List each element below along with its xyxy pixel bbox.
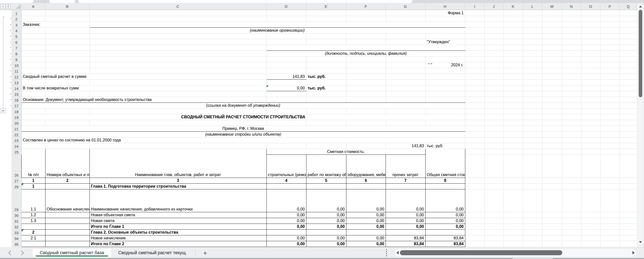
cell-H13[interactable] [425,79,465,85]
column-header-I[interactable]: I [465,3,484,10]
cell-F12[interactable] [346,74,386,79]
cell-F2[interactable] [346,16,386,22]
cell-E18[interactable] [306,108,346,114]
cell-K25[interactable] [503,149,523,154]
cell-J17[interactable] [484,102,503,108]
column-header-F[interactable]: F [346,3,386,10]
cell-B28[interactable] [45,183,89,189]
cell-P13[interactable] [600,79,620,85]
cell-O7[interactable] [581,45,600,50]
cell-D11[interactable] [266,68,306,74]
cell-Q30[interactable] [620,212,637,218]
cell-A27[interactable]: 1 [21,178,45,183]
cell-H35[interactable]: 83,84 [425,241,465,247]
column-header-E[interactable]: E [306,3,346,10]
row-header-24[interactable]: 24 [12,143,21,149]
cell-Q11[interactable] [620,68,637,74]
cell-E6[interactable] [306,39,346,45]
outline-level-2-button[interactable]: 2 [6,4,11,9]
cell-L7[interactable] [523,45,542,50]
cell-B8[interactable] [45,50,89,56]
cell-A15[interactable] [21,91,45,97]
cell-K33[interactable] [503,229,523,235]
cell-I26[interactable] [465,154,484,178]
cell-H10[interactable]: " "2024 г. [425,62,465,68]
cell-M31[interactable] [542,218,562,224]
cell-M23[interactable] [542,137,562,143]
cell-M32[interactable] [542,224,562,229]
cell-O1[interactable] [581,10,600,16]
row-header-7[interactable]: 7 [12,45,21,50]
cell-D24[interactable] [266,143,306,149]
cell-K30[interactable] [503,212,523,218]
cell-N18[interactable] [562,108,581,114]
cell-K12[interactable] [503,74,523,79]
cell-J32[interactable] [484,224,503,229]
cell-L23[interactable] [523,137,542,143]
cell-D7[interactable] [266,45,465,50]
cell-O19[interactable] [581,114,600,120]
cell-I32[interactable] [465,224,484,229]
cell-E14[interactable]: тыс. руб. [306,85,346,91]
cell-A14[interactable]: В том числе возвратных сумм [21,85,266,91]
cell-K10[interactable] [503,62,523,68]
cell-D9[interactable] [266,56,306,62]
row-header-29[interactable]: 29 [12,189,21,212]
row-header-19[interactable]: 19 [12,114,21,120]
cell-D5[interactable] [266,33,306,39]
cell-H15[interactable] [425,91,465,97]
column-header-N[interactable]: N [562,3,581,10]
cell-P2[interactable] [600,16,620,22]
cell-I27[interactable] [465,178,484,183]
cell-N33[interactable] [562,229,581,235]
cell-G16[interactable] [386,97,425,102]
cell-N13[interactable] [562,79,581,85]
cell-C5[interactable] [89,33,266,39]
cell-J24[interactable] [484,143,503,149]
cell-B32[interactable] [45,224,89,229]
cell-G12[interactable] [386,74,425,79]
cell-D18[interactable] [266,108,306,114]
cell-G5[interactable] [386,33,425,39]
cell-C3[interactable] [89,22,465,27]
row-header-1[interactable]: 1 [12,10,21,16]
cell-K5[interactable] [503,33,523,39]
cell-C13[interactable] [89,79,266,85]
cell-N26[interactable] [562,154,581,178]
cell-J3[interactable] [484,22,503,27]
cell-P6[interactable] [600,39,620,45]
cell-I11[interactable] [465,68,484,74]
cell-K27[interactable] [503,178,523,183]
cell-Q13[interactable] [620,79,637,85]
column-header-L[interactable]: L [523,3,542,10]
cell-O23[interactable] [581,137,600,143]
cell-B15[interactable] [45,91,89,97]
cell-K21[interactable] [503,126,523,131]
cell-F32[interactable]: 0,00 [346,224,386,229]
cell-K3[interactable] [503,22,523,27]
cell-D26[interactable]: строительных (ремонтно-строительных) раб… [266,154,306,178]
cell-M1[interactable] [542,10,562,16]
cell-C7[interactable] [89,45,266,50]
cell-P17[interactable] [600,102,620,108]
cell-P1[interactable] [600,10,620,16]
cell-J4[interactable] [484,27,503,33]
cell-G32[interactable]: 0,00 [386,224,425,229]
cell-P9[interactable] [600,56,620,62]
cell-A35[interactable] [21,241,45,247]
cell-P25[interactable] [600,149,620,154]
cell-D34[interactable]: 0,00 [266,235,306,241]
cell-A16[interactable]: Основание: Документ, утверждающий необхо… [21,97,266,102]
cell-L24[interactable] [523,143,542,149]
cell-N2[interactable] [562,16,581,22]
cell-Q21[interactable] [620,126,637,131]
cell-F11[interactable] [346,68,386,74]
cell-D10[interactable] [266,62,306,68]
row-header-33[interactable]: 33 [12,229,21,235]
cell-C30[interactable]: Новая объектная смета [89,212,266,218]
cell-G31[interactable]: 0,00 [386,218,425,224]
cell-Q26[interactable] [620,154,637,178]
cell-F13[interactable] [346,79,386,85]
row-header-18[interactable]: 18 [12,108,21,114]
cell-I18[interactable] [465,108,484,114]
